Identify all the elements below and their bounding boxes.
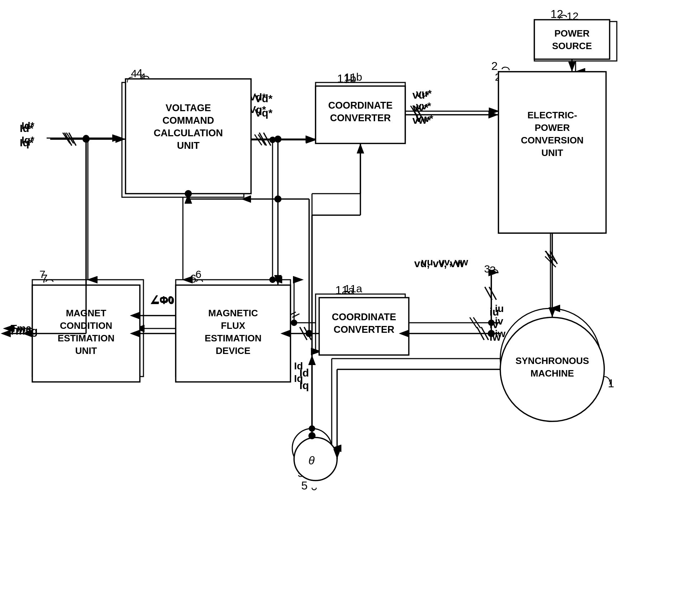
svg-text:CONVERTER: CONVERTER xyxy=(334,324,394,335)
svg-text:POWER: POWER xyxy=(535,122,570,133)
phi0: ∠Φ0 xyxy=(150,294,174,306)
ref-num-5: 5 xyxy=(301,479,308,492)
vd-star: Vd* xyxy=(255,93,273,104)
svg-text:DEVICE: DEVICE xyxy=(216,345,251,356)
iq: Iq xyxy=(299,379,309,391)
ref-num-11b: 11b xyxy=(337,72,356,85)
id-star: Id* xyxy=(20,122,34,134)
svg-text:MAGNETIC: MAGNETIC xyxy=(208,308,258,318)
svg-text:SYNCHRONOUS: SYNCHRONOUS xyxy=(515,355,589,366)
iq-star: Iq* xyxy=(20,137,34,148)
svg-text:CONVERTER: CONVERTER xyxy=(330,113,391,123)
vu-vv-vw: vu, vv, vw xyxy=(414,257,464,269)
ref-num-11a: 11a xyxy=(335,284,355,297)
svg-point-160 xyxy=(274,195,282,203)
vw-star: vw* xyxy=(412,114,431,126)
svg-text:COORDINATE: COORDINATE xyxy=(332,312,396,322)
svg-rect-100 xyxy=(534,20,610,59)
ref-num-4: 4 xyxy=(136,67,143,80)
svg-text:CONVERSION: CONVERSION xyxy=(521,135,584,146)
id: Id xyxy=(299,367,309,379)
svg-text:CALCULATION: CALCULATION xyxy=(154,128,223,138)
theta: θ xyxy=(308,454,315,467)
svg-point-119 xyxy=(294,437,337,481)
svg-text:UNIT: UNIT xyxy=(177,140,200,151)
svg-text:ELECTRIC-: ELECTRIC- xyxy=(528,110,577,120)
vq-star: Vq* xyxy=(255,107,273,119)
svg-text:UNIT: UNIT xyxy=(541,147,563,158)
svg-point-171 xyxy=(185,190,192,197)
diagram: VOLTAGE COMMAND CALCULATION UNIT COORDIN… xyxy=(0,0,700,596)
ref-num-12: 12 xyxy=(550,8,563,20)
ref-num-7: 7 xyxy=(41,272,48,285)
vu-star: vu* xyxy=(412,89,429,101)
ref-num-6: 6 xyxy=(190,272,197,285)
svg-text:ESTIMATION: ESTIMATION xyxy=(58,333,114,344)
svg-text:SOURCE: SOURCE xyxy=(552,41,592,51)
svg-text:POWER: POWER xyxy=(554,28,590,39)
svg-text:VOLTAGE: VOLTAGE xyxy=(166,103,211,113)
svg-text:UNIT: UNIT xyxy=(75,345,97,356)
svg-text:COMMAND: COMMAND xyxy=(162,115,214,126)
tmag: Tmag xyxy=(9,325,38,337)
svg-text:FLUX: FLUX xyxy=(221,320,246,331)
svg-text:ESTIMATION: ESTIMATION xyxy=(205,333,261,344)
ref-num-2: 2 xyxy=(491,60,498,72)
svg-text:MACHINE: MACHINE xyxy=(530,368,574,379)
svg-text:COORDINATE: COORDINATE xyxy=(328,100,393,111)
